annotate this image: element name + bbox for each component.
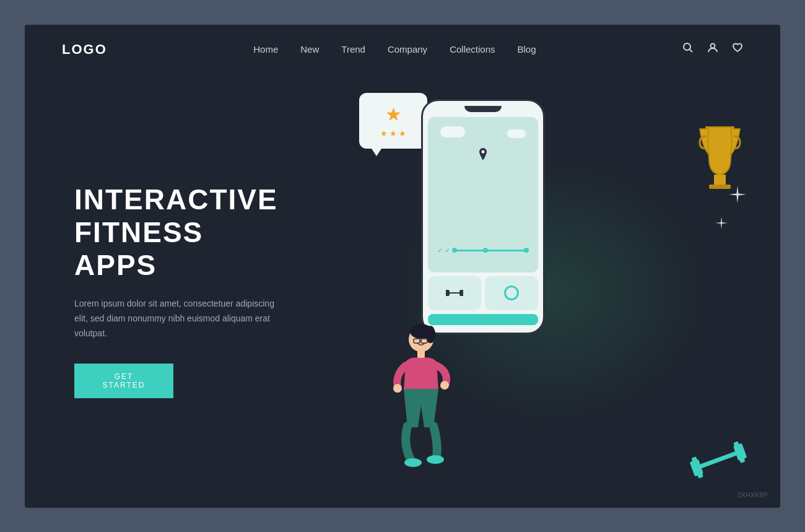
hero-section: INTERACTIVE FITNESS APPS Lorem ipsum dol… [25, 74, 322, 508]
nav-item-blog[interactable]: Blog [518, 44, 536, 55]
map-pin-icon [478, 148, 488, 163]
svg-point-17 [427, 455, 444, 464]
search-icon[interactable] [682, 42, 694, 56]
check-icon-2: ✓ [445, 247, 450, 254]
svg-line-1 [690, 50, 693, 53]
svg-point-3 [482, 150, 485, 153]
stars-row: ★ ★ ★ [380, 129, 406, 138]
sparkle-icon-2 [715, 217, 728, 232]
sparkle-icon-1 [729, 186, 746, 207]
trophy-illustration [697, 124, 743, 186]
svg-rect-19 [709, 185, 731, 189]
hero-title: INTERACTIVE FITNESS APPS [74, 183, 285, 282]
heart-icon[interactable] [732, 42, 743, 56]
svg-point-14 [440, 381, 449, 390]
navbar: LOGO Home New Trend Company Collections … [25, 25, 780, 74]
svg-point-15 [393, 384, 402, 393]
nav-item-trend[interactable]: Trend [341, 44, 365, 55]
svg-point-16 [404, 458, 422, 467]
phone-screen: ✓ ✓ [423, 112, 543, 333]
rating-bubble: ★ ★ ★ ★ [359, 93, 427, 149]
nav-icons-group [682, 42, 743, 56]
route-line [452, 250, 529, 251]
nav-links: Home New Trend Company Collections Blog [253, 44, 536, 55]
star-3: ★ [399, 129, 406, 138]
map-cloud-1 [440, 126, 465, 137]
check-icon-1: ✓ [437, 247, 442, 254]
widget-circle-icon [504, 286, 519, 300]
star-1: ★ [380, 129, 388, 138]
page-wrapper: LOGO Home New Trend Company Collections … [25, 25, 780, 508]
nav-item-home[interactable]: Home [253, 44, 278, 55]
phone-notch [464, 106, 502, 112]
svg-point-2 [711, 44, 715, 48]
watermark: 2XHXK8P [737, 491, 768, 499]
map-cloud-2 [507, 129, 526, 138]
dumbbell-large-illustration [687, 437, 749, 482]
get-started-button[interactable]: GET STARTED [74, 364, 173, 398]
hero-description: Lorem ipsum dolor sit amet, consectetuer… [74, 297, 285, 341]
widget-circle-box [485, 276, 538, 310]
svg-point-0 [684, 43, 690, 50]
svg-rect-18 [714, 175, 726, 186]
user-icon[interactable] [707, 42, 718, 56]
person-illustration [372, 316, 464, 477]
widget-dumbbell-box [428, 276, 481, 310]
main-content: INTERACTIVE FITNESS APPS Lorem ipsum dol… [25, 74, 780, 508]
phone-map-area: ✓ ✓ [428, 117, 538, 273]
phone-mockup: ✓ ✓ [421, 99, 545, 334]
big-star-icon: ★ [385, 103, 402, 125]
logo[interactable]: LOGO [62, 41, 107, 58]
nav-item-new[interactable]: New [300, 44, 319, 55]
nav-item-company[interactable]: Company [388, 44, 427, 55]
svg-rect-24 [699, 451, 738, 468]
illustration-section: ★ ★ ★ ★ [322, 74, 780, 508]
map-route: ✓ ✓ [437, 247, 529, 254]
phone-bottom-widgets [428, 276, 538, 310]
star-2: ★ [389, 129, 397, 138]
nav-item-collections[interactable]: Collections [450, 44, 495, 55]
